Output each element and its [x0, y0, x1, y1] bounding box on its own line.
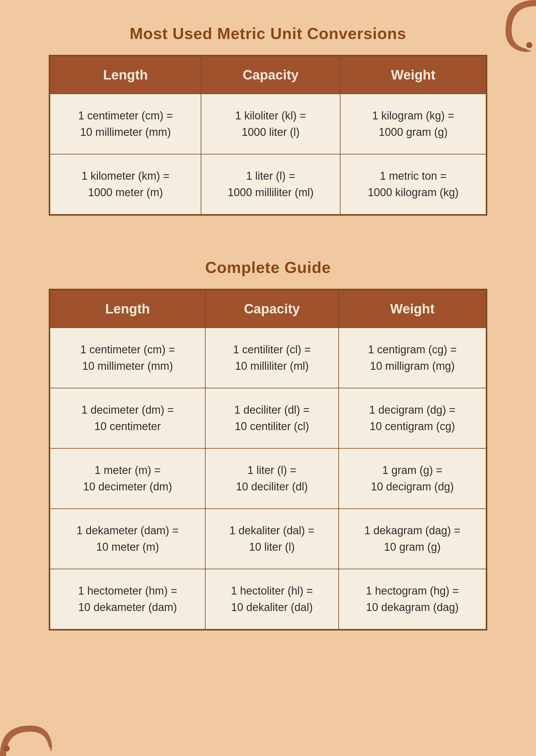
section-gap	[49, 240, 487, 258]
table-row: 1 kilometer (km) =1000 meter (m)1 liter …	[50, 154, 486, 215]
s2-cell-0-2: 1 centigram (cg) =10 milligram (mg)	[339, 328, 486, 388]
section2-header-weight: Weight	[339, 290, 486, 328]
s2-cell-4-2: 1 hectogram (hg) =10 dekagram (dag)	[339, 569, 486, 629]
table-row: 1 hectometer (hm) =10 dekameter (dam)1 h…	[50, 569, 486, 629]
s2-cell-1-0: 1 decimeter (dm) =10 centimeter	[50, 388, 205, 448]
section1-header-length: Length	[50, 56, 201, 94]
s2-cell-4-0: 1 hectometer (hm) =10 dekameter (dam)	[50, 569, 205, 629]
table-row: 1 centimeter (cm) =10 millimeter (mm)1 k…	[50, 94, 486, 154]
table-row: 1 dekameter (dam) =10 meter (m)1 dekalit…	[50, 509, 486, 569]
section2-header-length: Length	[50, 290, 205, 328]
section2-header-row: Length Capacity Weight	[50, 290, 486, 328]
section1-table: Length Capacity Weight 1 centimeter (cm)…	[50, 56, 486, 215]
section1-header-capacity: Capacity	[201, 56, 340, 94]
s2-cell-1-2: 1 decigram (dg) =10 centigram (cg)	[339, 388, 486, 448]
section2-table-container: Length Capacity Weight 1 centimeter (cm)…	[49, 289, 487, 631]
svg-point-0	[526, 42, 532, 48]
corner-top-right-decoration	[481, 0, 536, 55]
s2-cell-2-2: 1 gram (g) =10 decigram (dg)	[339, 448, 486, 509]
s2-cell-0-1: 1 centiliter (cl) =10 milliliter (ml)	[205, 328, 339, 388]
page-wrapper: Most Used Metric Unit Conversions Length…	[0, 0, 536, 756]
s2-cell-2-1: 1 liter (l) =10 deciliter (dl)	[205, 448, 339, 509]
table-row: 1 meter (m) =10 decimeter (dm)1 liter (l…	[50, 448, 486, 509]
s2-cell-0-0: 1 centimeter (cm) =10 millimeter (mm)	[50, 328, 205, 388]
s2-cell-4-1: 1 hectoliter (hl) =10 dekaliter (dal)	[205, 569, 339, 629]
section1-table-container: Length Capacity Weight 1 centimeter (cm)…	[49, 55, 487, 216]
s1-cell-0-1: 1 kiloliter (kl) =1000 liter (l)	[201, 94, 340, 154]
s1-cell-0-2: 1 kilogram (kg) =1000 gram (g)	[340, 94, 486, 154]
s1-cell-1-0: 1 kilometer (km) =1000 meter (m)	[50, 154, 201, 215]
table-row: 1 centimeter (cm) =10 millimeter (mm)1 c…	[50, 328, 486, 388]
s2-cell-2-0: 1 meter (m) =10 decimeter (dm)	[50, 448, 205, 509]
s1-cell-1-1: 1 liter (l) =1000 milliliter (ml)	[201, 154, 340, 215]
section1-header-row: Length Capacity Weight	[50, 56, 486, 94]
s1-cell-1-2: 1 metric ton =1000 kilogram (kg)	[340, 154, 486, 215]
s2-cell-3-0: 1 dekameter (dam) =10 meter (m)	[50, 509, 205, 569]
s2-cell-3-2: 1 dekagram (dag) =10 gram (g)	[339, 509, 486, 569]
s1-cell-0-0: 1 centimeter (cm) =10 millimeter (mm)	[50, 94, 201, 154]
corner-bottom-left-decoration	[0, 701, 55, 756]
s2-cell-1-1: 1 deciliter (dl) =10 centiliter (cl)	[205, 388, 339, 448]
section2-title: Complete Guide	[49, 258, 487, 277]
section2-header-capacity: Capacity	[205, 290, 339, 328]
svg-point-1	[4, 745, 10, 751]
section1-header-weight: Weight	[340, 56, 486, 94]
table-row: 1 decimeter (dm) =10 centimeter1 decilit…	[50, 388, 486, 448]
s2-cell-3-1: 1 dekaliter (dal) =10 liter (l)	[205, 509, 339, 569]
section1-title: Most Used Metric Unit Conversions	[49, 24, 487, 43]
section2-table: Length Capacity Weight 1 centimeter (cm)…	[50, 290, 486, 630]
